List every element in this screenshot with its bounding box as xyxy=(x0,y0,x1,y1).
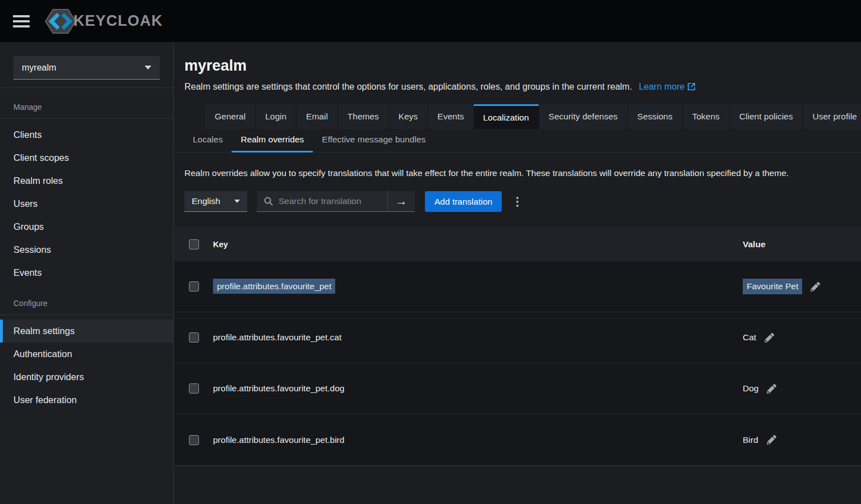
row-checkbox[interactable] xyxy=(189,281,199,292)
sidebar-item-client-scopes[interactable]: Client scopes xyxy=(0,146,173,169)
keycloak-hexagon-icon xyxy=(44,8,77,35)
realm-selector-value: myrealm xyxy=(22,63,56,73)
sidebar-item-events[interactable]: Events xyxy=(0,261,173,284)
search-icon xyxy=(264,197,273,206)
realm-overrides-description: Realm overrides allow you to specify tra… xyxy=(184,168,851,178)
tab-email[interactable]: Email xyxy=(296,104,337,129)
sidebar-item-user-federation[interactable]: User federation xyxy=(0,389,173,411)
language-select-value: English xyxy=(192,196,220,206)
kebab-menu-icon[interactable] xyxy=(513,193,522,210)
arrow-right-icon: → xyxy=(396,195,408,208)
chevron-down-icon xyxy=(145,66,151,70)
tab-general[interactable]: General xyxy=(205,104,255,129)
tab-user-profile[interactable]: User profile xyxy=(802,104,861,129)
page-description-text: Realm settings are settings that control… xyxy=(184,82,632,91)
translation-key: profile.attributes.favourite_pet.dog xyxy=(213,383,344,393)
page-description: Realm settings are settings that control… xyxy=(184,82,851,92)
table-row: profile.attributes.favourite_pet Favouri… xyxy=(174,261,861,312)
tab-client-policies[interactable]: Client policies xyxy=(729,104,803,129)
translation-value: Dog xyxy=(743,383,758,394)
learn-more-link[interactable]: Learn more xyxy=(639,82,696,91)
sidebar: myrealm ManageClientsClient scopesRealm … xyxy=(0,42,174,504)
language-select[interactable]: English xyxy=(184,191,247,212)
chevron-down-icon xyxy=(234,200,240,203)
row-checkbox[interactable] xyxy=(189,332,199,343)
column-header-value: Value xyxy=(743,239,861,249)
tab-events[interactable]: Events xyxy=(427,104,473,129)
page-title: myrealm xyxy=(184,57,851,75)
sidebar-item-sessions[interactable]: Sessions xyxy=(0,238,173,261)
external-link-icon xyxy=(684,82,696,91)
localization-subtabs: LocalesRealm overridesEffective message … xyxy=(174,129,861,152)
keycloak-logo[interactable]: KEYCLOAK xyxy=(44,8,163,35)
nav-section-label-configure: Configure xyxy=(0,299,173,315)
realm-selector[interactable]: myrealm xyxy=(13,56,160,80)
tab-themes[interactable]: Themes xyxy=(337,104,388,129)
main-content: myrealm Realm settings are settings that… xyxy=(174,42,861,504)
table-row: profile.attributes.favourite_pet.bird Bi… xyxy=(174,414,861,465)
sidebar-item-realm-settings[interactable]: Realm settings xyxy=(0,320,173,343)
tab-login[interactable]: Login xyxy=(255,104,296,129)
translation-value: Favourite Pet xyxy=(743,279,802,294)
select-all-checkbox[interactable] xyxy=(189,239,199,249)
translation-value: Bird xyxy=(743,435,758,445)
edit-pencil-icon[interactable] xyxy=(765,333,774,343)
tab-security-defenses[interactable]: Security defenses xyxy=(539,104,627,129)
subtab-effective-message-bundles[interactable]: Effective message bundles xyxy=(313,129,434,152)
translation-key: profile.attributes.favourite_pet.bird xyxy=(213,435,344,445)
sidebar-item-authentication[interactable]: Authentication xyxy=(0,343,173,366)
translation-value: Cat xyxy=(743,332,756,343)
table-row: profile.attributes.favourite_pet.dog Dog xyxy=(174,363,861,414)
search-group: → xyxy=(257,191,415,212)
sidebar-item-identity-providers[interactable]: Identity providers xyxy=(0,366,173,389)
subtab-locales[interactable]: Locales xyxy=(184,129,232,152)
toolbar: English → Add translation xyxy=(184,191,861,212)
sidebar-item-clients[interactable]: Clients xyxy=(0,123,173,146)
row-checkbox[interactable] xyxy=(189,383,199,394)
table-row: profile.attributes.favourite_pet.cat Cat xyxy=(174,312,861,363)
sidebar-item-realm-roles[interactable]: Realm roles xyxy=(0,169,173,192)
edit-pencil-icon[interactable] xyxy=(811,282,820,292)
subtab-realm-overrides[interactable]: Realm overrides xyxy=(232,129,313,152)
translation-key: profile.attributes.favourite_pet.cat xyxy=(213,332,341,342)
tab-keys[interactable]: Keys xyxy=(388,104,427,129)
add-translation-button[interactable]: Add translation xyxy=(425,191,502,212)
table-header: Key Value xyxy=(174,227,861,261)
hamburger-menu-icon[interactable] xyxy=(13,15,30,27)
translations-table: Key Value profile.attributes.favourite_p… xyxy=(174,227,861,466)
nav-section-label-manage: Manage xyxy=(0,103,173,118)
sidebar-item-groups[interactable]: Groups xyxy=(0,215,173,238)
sidebar-item-users[interactable]: Users xyxy=(0,192,173,215)
search-submit-button[interactable]: → xyxy=(387,191,415,212)
tab-localization[interactable]: Localization xyxy=(474,104,539,129)
translation-key: profile.attributes.favourite_pet xyxy=(213,279,335,294)
brand-text: KEYCLOAK xyxy=(73,12,163,30)
tab-tokens[interactable]: Tokens xyxy=(682,104,729,129)
edit-pencil-icon[interactable] xyxy=(767,384,776,394)
realm-settings-tabs: GeneralLoginEmailThemesKeysEventsLocaliz… xyxy=(205,104,861,129)
column-header-key: Key xyxy=(213,240,743,249)
top-bar: KEYCLOAK xyxy=(0,0,861,42)
table-bottom-divider xyxy=(174,465,861,466)
edit-pencil-icon[interactable] xyxy=(767,435,776,445)
tab-sessions[interactable]: Sessions xyxy=(627,104,682,129)
search-input[interactable] xyxy=(279,196,387,206)
row-checkbox[interactable] xyxy=(189,435,199,445)
